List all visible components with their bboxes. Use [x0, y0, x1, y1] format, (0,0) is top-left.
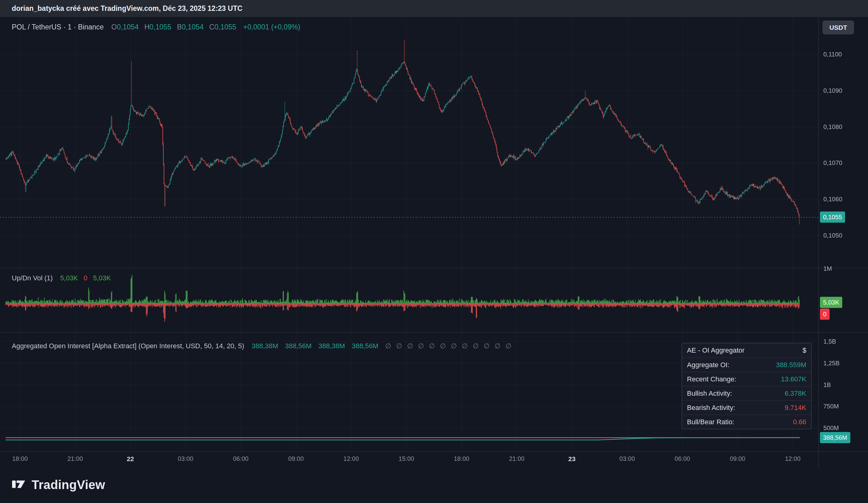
ohlc-low-value: 0,1054 [182, 23, 203, 31]
volume-up-badge: 5,03K [820, 297, 842, 308]
oi-indicator-title: Aggregated Open Interest [Alpha Extract]… [12, 342, 244, 350]
oi-axis-tick: 750M [823, 403, 839, 410]
oi-value-3: 388,38M [318, 342, 345, 350]
price-axis-tick: 0,1060 [823, 196, 842, 203]
ohlc-close-value: 0,1055 [215, 23, 236, 31]
volume-up-value: 5,03K [60, 274, 78, 282]
tradingview-logo-icon [11, 478, 27, 492]
oi-panel-row: Bull/Bear Ratio: 0.66 [682, 414, 811, 429]
price-axis-tick: 0,1100 [823, 51, 842, 58]
price-axis-tick: 0,1070 [823, 160, 842, 166]
attribution-text: dorian_batycka créé avec TradingView.com… [12, 4, 242, 12]
currency-toggle-button[interactable]: USDT [823, 20, 854, 34]
oi-axis-tick: 1B [823, 381, 831, 388]
volume-total-value: 5,03K [93, 274, 111, 282]
oi-value-1: 388,38M [252, 342, 278, 350]
ohlc-open-label: O [111, 23, 117, 31]
attribution-bar: dorian_batycka créé avec TradingView.com… [0, 0, 868, 17]
oi-panel-header: AE - OI Aggregator $ [682, 343, 811, 358]
oi-empty-values: ∅ ∅ ∅ ∅ ∅ ∅ ∅ ∅ ∅ ∅ ∅ ∅ [385, 342, 512, 350]
price-axis-tick: 0,1090 [823, 87, 842, 94]
price-change: +0,0001 (+0,09%) [243, 23, 300, 31]
time-axis-tick: 12:00 [343, 455, 359, 462]
oi-value-2: 388,56M [285, 342, 312, 350]
oi-panel-row: Recent Change: 13.607K [682, 372, 811, 386]
oi-indicator-legend[interactable]: Aggregated Open Interest [Alpha Extract]… [12, 342, 512, 350]
last-price-badge: 0,1055 [820, 212, 845, 223]
oi-panel-row: Aggregate OI: 388.559M [682, 358, 811, 372]
time-axis-tick: 23 [568, 455, 575, 463]
oi-panel-title: AE - OI Aggregator [687, 346, 745, 355]
ohlc-open-value: 0,1054 [117, 23, 138, 31]
time-axis-tick: 15:00 [399, 455, 414, 462]
oi-value-4: 388,56M [352, 342, 379, 350]
time-axis-tick: 06:00 [674, 455, 690, 462]
oi-axis-tick: 500M [823, 424, 839, 432]
time-axis-tick: 18:00 [454, 455, 469, 462]
time-axis-tick: 09:00 [288, 455, 304, 462]
time-axis-tick: 03:00 [178, 455, 194, 462]
tradingview-published-chart: dorian_batycka créé avec TradingView.com… [0, 0, 868, 503]
time-axis-tick: 09:00 [730, 455, 745, 462]
volume-axis-tick: 1M [823, 265, 832, 272]
time-axis-tick: 06:00 [233, 455, 249, 462]
oi-panel-row: Bearish Activity: 9.714K [682, 400, 811, 414]
volume-down-value: 0 [84, 274, 87, 282]
ohlc-high-label: H [144, 23, 150, 31]
volume-down-badge: 0 [820, 309, 829, 320]
oi-axis-tick: 1,5B [823, 338, 836, 345]
volume-indicator-title: Up/Dn Vol (1) [12, 274, 53, 282]
oi-panel-currency: $ [803, 346, 806, 355]
oi-panel-row: Bullish Activity: 6.378K [682, 386, 811, 400]
price-axis-tick: 0,1080 [823, 123, 842, 130]
time-axis-tick: 03:00 [619, 455, 635, 462]
time-axis-tick: 21:00 [509, 455, 525, 462]
time-axis-tick: 18:00 [12, 455, 28, 462]
time-axis-tick: 21:00 [68, 455, 83, 462]
symbol-title: POL / TetherUS · 1 · Binance [12, 23, 104, 31]
price-axis-tick: 0,1050 [823, 232, 842, 239]
ohlc-close-label: C [209, 23, 215, 31]
ohlc-high-value: 0,1055 [149, 23, 171, 31]
oi-aggregator-panel: AE - OI Aggregator $ Aggregate OI: 388.5… [682, 343, 812, 429]
tradingview-logo-text: TradingView [32, 478, 105, 492]
oi-axis-tick: 1,25B [823, 359, 839, 367]
time-axis-tick: 22 [127, 455, 134, 463]
tradingview-logo[interactable]: TradingView [11, 478, 105, 492]
ohlc-low-label: B [177, 23, 182, 31]
volume-indicator-legend[interactable]: Up/Dn Vol (1) 5,03K 0 5,03K [12, 274, 115, 282]
oi-last-value-badge: 388,56M [820, 432, 850, 443]
time-axis-tick: 12:00 [785, 455, 800, 462]
symbol-legend[interactable]: POL / TetherUS · 1 · Binance O0,1054 H0,… [12, 22, 300, 32]
